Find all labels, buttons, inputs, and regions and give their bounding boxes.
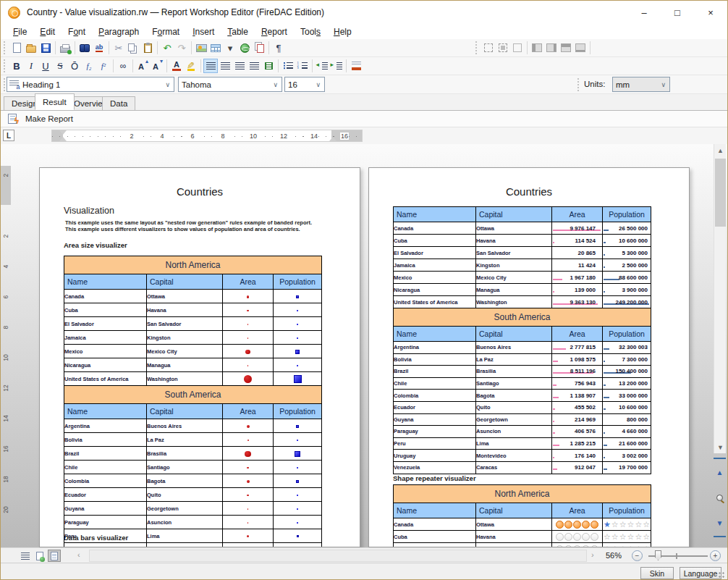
minimize-button[interactable]: – — [627, 1, 661, 24]
superscript-icon[interactable]: f² — [96, 59, 111, 73]
tab-result[interactable]: Result — [35, 93, 75, 110]
draft-view-button[interactable] — [19, 550, 32, 562]
page-layout-view-button[interactable] — [48, 550, 61, 562]
menu-tools[interactable]: Tools — [294, 27, 327, 37]
table-dropdown-icon[interactable]: ▾ — [223, 41, 237, 55]
copy-icon[interactable] — [126, 41, 140, 55]
print-icon[interactable] — [58, 41, 72, 55]
scroll-down-icon[interactable]: ▼ — [714, 441, 727, 453]
align-right-icon[interactable] — [232, 59, 247, 73]
insert-hyperlink-icon[interactable] — [237, 41, 252, 55]
paste-icon[interactable] — [140, 41, 155, 55]
menu-format[interactable]: Format — [145, 27, 186, 37]
first-line-indent-marker[interactable] — [59, 130, 67, 135]
insert-column-left-icon[interactable] — [530, 41, 544, 55]
make-report-button[interactable]: Make Report — [25, 114, 73, 123]
web-view-button[interactable] — [33, 550, 46, 562]
border-inner-icon[interactable] — [496, 41, 510, 55]
align-justify-icon[interactable] — [247, 59, 261, 73]
bullet-list-icon[interactable] — [281, 59, 295, 73]
horizontal-scrollbar[interactable] — [89, 550, 587, 562]
zoom-out-button[interactable]: − — [632, 550, 643, 561]
menu-insert[interactable]: Insert — [186, 27, 221, 37]
horizontal-rule-icon[interactable] — [349, 59, 363, 73]
menu-table[interactable]: Table — [221, 27, 255, 37]
save-icon[interactable] — [38, 41, 53, 55]
increase-indent-icon[interactable] — [329, 59, 344, 73]
font-size-combo[interactable]: 16 ∨ — [284, 77, 325, 92]
align-center-icon[interactable] — [218, 59, 232, 73]
tab-stop-selector[interactable]: L — [3, 130, 14, 141]
redo-icon[interactable]: ↷ — [174, 41, 189, 55]
right-indent-marker[interactable] — [329, 137, 337, 141]
menu-edit[interactable]: Edit — [33, 27, 62, 37]
replace-icon[interactable]: ab — [92, 41, 106, 55]
align-left-icon[interactable] — [203, 59, 218, 73]
find-icon[interactable] — [77, 41, 92, 55]
scroll-up-icon[interactable]: ▲ — [714, 144, 727, 156]
country-name: Paraguay — [64, 516, 147, 529]
select-browse-object-icon[interactable] — [716, 495, 723, 501]
skin-button[interactable]: Skin — [640, 567, 674, 579]
vertical-scrollbar[interactable]: ▲ ▼ — [714, 144, 726, 453]
menu-help[interactable]: Help — [327, 27, 358, 37]
new-document-icon[interactable] — [9, 41, 24, 55]
grow-font-icon[interactable] — [135, 59, 150, 73]
border-none-icon[interactable] — [481, 41, 496, 55]
capital-name: La Paz — [476, 353, 552, 366]
cut-icon[interactable]: ✂ — [111, 41, 126, 55]
decrease-indent-icon[interactable] — [315, 59, 329, 73]
zoom-slider-thumb[interactable] — [655, 550, 661, 560]
menu-file[interactable]: File — [7, 27, 33, 37]
insert-image-icon[interactable] — [194, 41, 208, 55]
insert-row-above-icon[interactable] — [559, 41, 573, 55]
close-button[interactable]: × — [694, 1, 727, 24]
paste-special-icon[interactable] — [252, 41, 266, 55]
next-page-icon[interactable]: ▼ — [716, 519, 724, 527]
strikethrough-icon: S — [57, 60, 62, 72]
numbered-list-icon[interactable] — [295, 59, 310, 73]
horizontal-scrollbar-thumb[interactable] — [89, 550, 587, 562]
previous-page-icon[interactable]: ▲ — [716, 468, 724, 476]
maximize-button[interactable]: □ — [661, 1, 694, 24]
strikethrough-icon[interactable]: S — [53, 59, 67, 73]
area-bar — [553, 279, 562, 280]
shrink-font-icon[interactable] — [150, 59, 164, 73]
border-outer-icon[interactable] — [510, 41, 525, 55]
units-combo[interactable]: mm ∨ — [612, 77, 670, 92]
style-combo[interactable]: Heading 1 ∨ — [7, 77, 174, 92]
overline-icon[interactable]: Ō — [67, 59, 82, 73]
zoom-in-button[interactable]: + — [710, 550, 721, 561]
insert-column-right-icon[interactable] — [544, 41, 559, 55]
scroll-left-icon[interactable]: ‹ — [77, 550, 80, 559]
italic-icon[interactable]: I — [24, 59, 38, 73]
menu-paragraph[interactable]: Paragraph — [92, 27, 145, 37]
font-combo[interactable]: Tahoma ∨ — [178, 77, 282, 92]
population-square — [296, 425, 299, 428]
vertical-scrollbar-thumb[interactable] — [715, 159, 726, 227]
menu-font[interactable]: Font — [62, 27, 92, 37]
bold-icon[interactable]: B — [9, 59, 24, 73]
area-dot — [244, 375, 252, 383]
font-color-icon[interactable] — [169, 59, 184, 73]
line-spacing-icon[interactable] — [261, 59, 276, 73]
subscript-icon[interactable]: f₂ — [82, 59, 96, 73]
left-indent-marker[interactable] — [59, 137, 67, 141]
open-folder-icon[interactable] — [24, 41, 38, 55]
language-button[interactable]: Language — [680, 567, 721, 579]
formatting-marks-icon[interactable]: ¶ — [271, 41, 286, 55]
paste-special-icon — [257, 44, 264, 53]
tab-data[interactable]: Data — [102, 96, 135, 110]
highlight-icon[interactable] — [184, 59, 198, 73]
underline-icon[interactable]: U — [38, 59, 53, 73]
area-cell — [223, 488, 274, 502]
area-dot — [247, 324, 249, 325]
scroll-right-icon[interactable]: › — [591, 550, 594, 559]
insert-table-icon[interactable] — [208, 41, 223, 55]
menu-report[interactable]: Report — [255, 27, 294, 37]
insert-row-below-icon[interactable] — [573, 41, 588, 55]
undo-icon[interactable]: ↶ — [160, 41, 174, 55]
resize-grip[interactable] — [718, 571, 725, 579]
horizontal-ruler[interactable]: 246810121416 — [51, 130, 363, 142]
reading-glasses-icon[interactable]: ∞ — [116, 59, 130, 73]
